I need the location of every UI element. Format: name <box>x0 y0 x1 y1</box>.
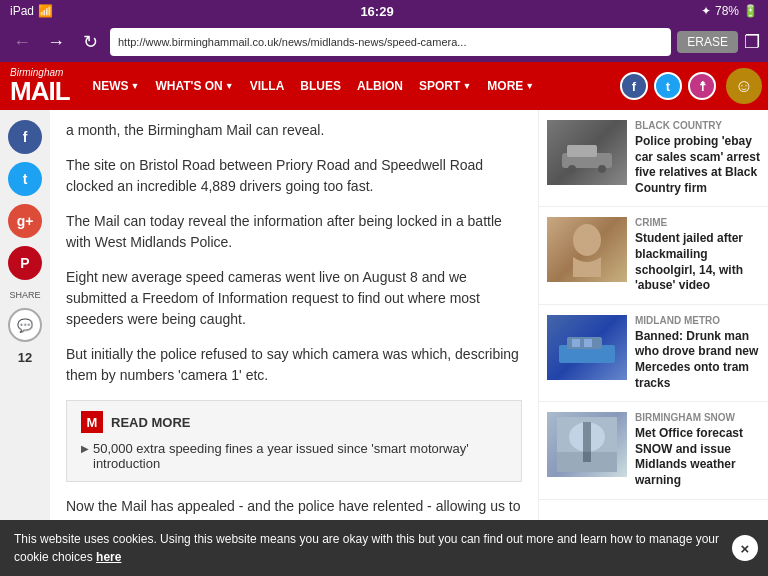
nav-items: NEWS ▼ WHAT'S ON ▼ VILLA BLUES ALBION SP… <box>86 75 620 97</box>
article-para-3: The Mail can today reveal the informatio… <box>66 211 522 253</box>
twitter-nav-icon[interactable]: t <box>654 72 682 100</box>
nav-whats-on-arrow: ▼ <box>225 81 234 91</box>
nav-albion-label: ALBION <box>357 79 403 93</box>
nav-villa[interactable]: VILLA <box>243 75 292 97</box>
url-bar[interactable]: http://www.birminghammail.co.uk/news/mid… <box>110 28 671 56</box>
nav-whats-on[interactable]: WHAT'S ON ▼ <box>148 75 240 97</box>
user-account-icon[interactable]: ☺ <box>726 68 762 104</box>
sidebar-img-2 <box>547 315 627 380</box>
sidebar-headline-3: Met Office forecast SNOW and issue Midla… <box>635 426 760 488</box>
main-content: f t g+ P SHARE 💬 12 a month, the Birming… <box>0 110 768 536</box>
article-para-5: But initially the police refused to say … <box>66 344 522 386</box>
svg-rect-1 <box>567 145 597 157</box>
sidebar-img-0 <box>547 120 627 185</box>
share-button[interactable]: ❐ <box>744 31 760 53</box>
back-button[interactable]: ← <box>8 32 36 53</box>
svg-rect-12 <box>583 422 591 462</box>
comment-count: 12 <box>18 350 32 365</box>
read-more-label: READ MORE <box>111 415 190 430</box>
article-para-2: The site on Bristol Road between Priory … <box>66 155 522 197</box>
twitter-share-button[interactable]: t <box>8 162 42 196</box>
article-content: a month, the Birmingham Mail can reveal.… <box>50 110 538 536</box>
pinterest-share-button[interactable]: P <box>8 246 42 280</box>
sidebar-category-0: BLACK COUNTRY <box>635 120 760 131</box>
article-para-4: Eight new average speed cameras went liv… <box>66 267 522 330</box>
sidebar-category-1: CRIME <box>635 217 760 228</box>
cookie-link[interactable]: here <box>96 550 121 564</box>
nav-news-arrow: ▼ <box>131 81 140 91</box>
facebook-share-button[interactable]: f <box>8 120 42 154</box>
read-more-link-text: 50,000 extra speeding fines a year issue… <box>93 441 507 471</box>
sidebar-img-placeholder-0 <box>547 120 627 185</box>
sidebar-category-2: MIDLAND METRO <box>635 315 760 326</box>
sidebar-img-1 <box>547 217 627 282</box>
sidebar-text-0: BLACK COUNTRY Police probing 'ebay car s… <box>635 120 760 196</box>
status-bar: iPad 📶 16:29 ✦ 78% 🔋 <box>0 0 768 22</box>
svg-point-3 <box>598 165 606 173</box>
status-right: ✦ 78% 🔋 <box>701 4 758 18</box>
comment-button[interactable]: 💬 <box>8 308 42 342</box>
status-time: 16:29 <box>360 4 393 19</box>
nav-sport-label: SPORT <box>419 79 460 93</box>
logo-area[interactable]: Birmingham MAIL <box>10 68 70 104</box>
nav-blues-label: BLUES <box>300 79 341 93</box>
share-label: SHARE <box>9 290 40 300</box>
svg-rect-8 <box>584 339 592 347</box>
sidebar-headline-2: Banned: Drunk man who drove brand new Me… <box>635 329 760 391</box>
nav-blues[interactable]: BLUES <box>293 75 348 97</box>
logo-mail-text: MAIL <box>10 78 70 104</box>
sidebar-category-3: BIRMINGHAM SNOW <box>635 412 760 423</box>
sidebar-img-placeholder-2 <box>547 315 627 380</box>
cookie-close-button[interactable]: × <box>732 535 758 561</box>
nav-more-arrow: ▼ <box>525 81 534 91</box>
svg-point-4 <box>573 224 601 256</box>
facebook-nav-icon[interactable]: f <box>620 72 648 100</box>
battery-percent: 78% <box>715 4 739 18</box>
nav-news-label: NEWS <box>93 79 129 93</box>
refresh-button[interactable]: ↻ <box>76 31 104 53</box>
sidebar-text-1: CRIME Student jailed after blackmailing … <box>635 217 760 293</box>
nav-sport[interactable]: SPORT ▼ <box>412 75 478 97</box>
bluetooth-icon: ✦ <box>701 4 711 18</box>
nav-albion[interactable]: ALBION <box>350 75 410 97</box>
sidebar-headline-0: Police probing 'ebay car sales scam' arr… <box>635 134 760 196</box>
nav-sport-arrow: ▼ <box>462 81 471 91</box>
url-text: http://www.birminghammail.co.uk/news/mid… <box>118 36 466 48</box>
nav-whats-on-label: WHAT'S ON <box>155 79 222 93</box>
right-sidebar: BLACK COUNTRY Police probing 'ebay car s… <box>538 110 768 536</box>
ipad-label: iPad <box>10 4 34 18</box>
sidebar-item-0[interactable]: BLACK COUNTRY Police probing 'ebay car s… <box>539 110 768 207</box>
sidebar-item-3[interactable]: BIRMINGHAM SNOW Met Office forecast SNOW… <box>539 402 768 499</box>
triangle-icon: ▶ <box>81 443 89 454</box>
svg-point-2 <box>568 165 576 173</box>
read-more-link[interactable]: ▶ 50,000 extra speeding fines a year iss… <box>81 441 507 471</box>
sidebar-text-2: MIDLAND METRO Banned: Drunk man who drov… <box>635 315 760 391</box>
status-left: iPad 📶 <box>10 4 53 18</box>
instagram-nav-icon[interactable]: ☨ <box>688 72 716 100</box>
cookie-banner: This website uses cookies. Using this we… <box>0 520 768 576</box>
nav-social: f t ☨ <box>620 72 716 100</box>
sidebar-item-1[interactable]: CRIME Student jailed after blackmailing … <box>539 207 768 304</box>
sidebar-img-placeholder-3 <box>547 412 627 477</box>
nav-news[interactable]: NEWS ▼ <box>86 75 147 97</box>
svg-rect-7 <box>572 339 580 347</box>
wifi-icon: 📶 <box>38 4 53 18</box>
nav-bar: Birmingham MAIL NEWS ▼ WHAT'S ON ▼ VILLA… <box>0 62 768 110</box>
read-more-m-icon: M <box>81 411 103 433</box>
erase-button[interactable]: ERASE <box>677 31 738 53</box>
sidebar-img-3 <box>547 412 627 477</box>
google-plus-share-button[interactable]: g+ <box>8 204 42 238</box>
sidebar-headline-1: Student jailed after blackmailing school… <box>635 231 760 293</box>
sidebar-item-2[interactable]: MIDLAND METRO Banned: Drunk man who drov… <box>539 305 768 402</box>
battery-icon: 🔋 <box>743 4 758 18</box>
read-more-box: M READ MORE ▶ 50,000 extra speeding fine… <box>66 400 522 482</box>
sidebar-text-3: BIRMINGHAM SNOW Met Office forecast SNOW… <box>635 412 760 488</box>
nav-more[interactable]: MORE ▼ <box>480 75 541 97</box>
social-sidebar: f t g+ P SHARE 💬 12 <box>0 110 50 536</box>
sidebar-img-placeholder-1 <box>547 217 627 282</box>
article-para-1: a month, the Birmingham Mail can reveal. <box>66 120 522 141</box>
nav-villa-label: VILLA <box>250 79 285 93</box>
nav-more-label: MORE <box>487 79 523 93</box>
browser-bar: ← → ↻ http://www.birminghammail.co.uk/ne… <box>0 22 768 62</box>
forward-button[interactable]: → <box>42 32 70 53</box>
